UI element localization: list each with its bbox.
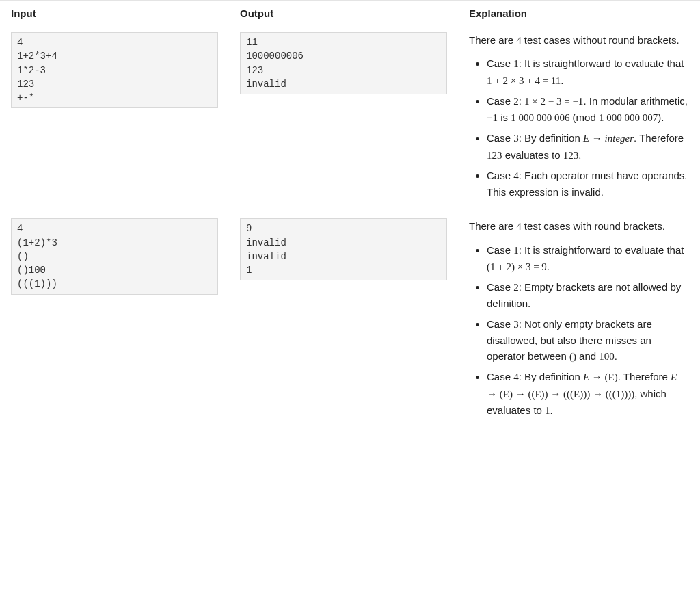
- text: test cases with round brackets.: [522, 220, 665, 232]
- list-item: Case 2: 1 × 2 − 3 = −1. In modular arith…: [487, 93, 689, 127]
- explanation-cell: There are 4 test cases without round bra…: [458, 25, 700, 211]
- output-block: 11 1000000006 123 invalid: [240, 32, 447, 94]
- case-list: Case 1: It is straightforward to evaluat…: [469, 242, 689, 419]
- header-output: Output: [229, 1, 458, 25]
- header-input: Input: [0, 1, 229, 25]
- text: There are: [469, 220, 516, 232]
- list-item: Case 1: It is straightforward to evaluat…: [487, 55, 689, 89]
- header-explanation: Explanation: [458, 1, 700, 25]
- examples-table: Input Output Explanation 4 1+2*3+4 1*2-3…: [0, 0, 700, 430]
- list-item: Case 3: By definition E → integer. There…: [487, 130, 689, 163]
- list-item: Case 4: Each operator must have operands…: [487, 168, 689, 200]
- input-block: 4 (1+2)*3 () ()100 (((1))): [11, 218, 218, 294]
- table-row: 4 1+2*3+4 1*2-3 123 +-* 11 1000000006 12…: [0, 25, 700, 211]
- text: test cases without round brackets.: [522, 34, 679, 46]
- list-item: Case 2: Empty brackets are not allowed b…: [487, 279, 689, 312]
- table-row: 4 (1+2)*3 () ()100 (((1))) 9 invalid inv…: [0, 211, 700, 430]
- text: There are: [469, 34, 516, 46]
- output-block: 9 invalid invalid 1: [240, 218, 447, 280]
- header-row: Input Output Explanation: [0, 1, 700, 25]
- input-block: 4 1+2*3+4 1*2-3 123 +-*: [11, 32, 218, 108]
- list-item: Case 4: By definition E → (E). Therefore…: [487, 369, 689, 419]
- explanation-cell: There are 4 test cases with round bracke…: [458, 211, 700, 430]
- math-number: 4: [516, 221, 522, 232]
- case-list: Case 1: It is straightforward to evaluat…: [469, 55, 689, 200]
- list-item: Case 3: Not only empty brackets are disa…: [487, 316, 689, 365]
- math-number: 4: [516, 35, 522, 46]
- list-item: Case 1: It is straightforward to evaluat…: [487, 242, 689, 276]
